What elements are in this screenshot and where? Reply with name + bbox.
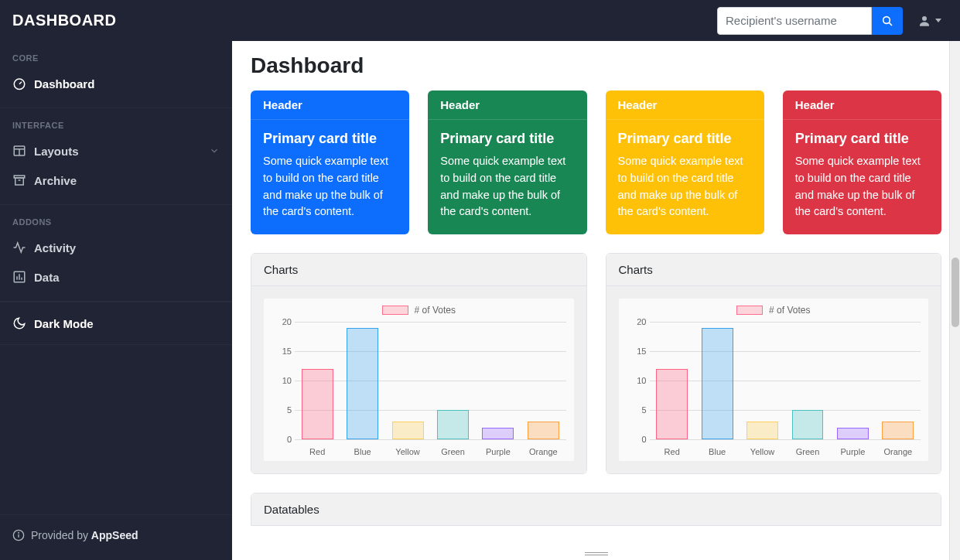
sidebar-item-layouts[interactable]: Layouts xyxy=(0,136,232,166)
panel-header: Charts xyxy=(606,254,941,286)
bar-slot xyxy=(740,322,784,439)
bar[interactable] xyxy=(528,422,559,439)
bar[interactable] xyxy=(837,428,869,439)
user-icon xyxy=(917,13,932,29)
chevron-down-icon xyxy=(209,145,220,156)
y-tick-label: 20 xyxy=(628,317,647,326)
grid-line xyxy=(295,439,566,440)
chart-panel-2: Charts # of Votes05101520RedBlueYellowGr… xyxy=(606,253,942,474)
sidebar-heading-addons: ADDONS xyxy=(0,205,232,233)
sidebar-item-label: Data xyxy=(34,271,60,284)
bar[interactable] xyxy=(302,369,333,439)
legend-label: # of Votes xyxy=(769,305,810,316)
x-tick-label: Green xyxy=(785,447,830,456)
search-icon xyxy=(881,15,893,27)
sidebar-item-archive[interactable]: Archive xyxy=(0,166,232,195)
datatable-header: Datatables xyxy=(251,493,941,525)
y-tick-label: 5 xyxy=(273,405,292,415)
bar[interactable] xyxy=(746,422,778,439)
bar[interactable] xyxy=(347,328,378,439)
legend-swatch xyxy=(382,306,408,315)
chart-canvas: # of Votes05101520RedBlueYellowGreenPurp… xyxy=(264,299,574,461)
bar-slot xyxy=(830,322,875,439)
archive-icon xyxy=(12,173,26,187)
x-tick-label: Purple xyxy=(830,447,875,456)
sidebar-heading-core: CORE xyxy=(0,41,232,69)
dark-mode-toggle[interactable]: Dark Mode xyxy=(0,302,232,345)
x-labels: RedBlueYellowGreenPurpleOrange xyxy=(295,447,566,456)
chart-panel-1: Charts # of Votes05101520RedBlueYellowGr… xyxy=(251,253,587,474)
sidebar-item-label: Archive xyxy=(34,174,77,187)
tachometer-icon xyxy=(12,77,26,90)
user-menu-button[interactable] xyxy=(910,7,948,35)
plot-area: 05101520 xyxy=(295,322,566,439)
card-text: Some quick example text to build on the … xyxy=(618,153,752,220)
bar[interactable] xyxy=(882,422,914,439)
y-tick-label: 15 xyxy=(628,347,647,356)
sidebar-item-data[interactable]: Data xyxy=(0,262,232,292)
y-tick-label: 5 xyxy=(628,405,647,415)
chart-legend[interactable]: # of Votes xyxy=(264,305,574,316)
brand[interactable]: DASHBOARD xyxy=(12,12,117,29)
footer-brand-link[interactable]: AppSeed xyxy=(91,529,138,541)
search-button[interactable] xyxy=(872,7,903,35)
card-title: Primary card title xyxy=(440,131,574,147)
y-tick-label: 0 xyxy=(273,435,292,444)
card-primary: Header Primary card title Some quick exa… xyxy=(251,90,409,234)
bar-slot xyxy=(340,322,384,439)
chart-canvas: # of Votes05101520RedBlueYellowGreenPurp… xyxy=(619,299,929,461)
card-title: Primary card title xyxy=(263,131,397,147)
x-tick-label: Blue xyxy=(695,447,740,456)
x-tick-label: Blue xyxy=(340,447,384,456)
bar-slot xyxy=(695,322,740,439)
cards-row: Header Primary card title Some quick exa… xyxy=(232,90,960,234)
bar-slot xyxy=(295,322,340,439)
info-icon xyxy=(12,529,25,541)
bar[interactable] xyxy=(482,428,514,439)
card-header: Header xyxy=(251,90,409,120)
card-body: Primary card title Some quick example te… xyxy=(783,120,941,234)
columns-icon xyxy=(12,144,26,158)
plot-area: 05101520 xyxy=(650,322,921,439)
card-title: Primary card title xyxy=(795,131,929,147)
topbar: DASHBOARD xyxy=(0,0,960,41)
bar[interactable] xyxy=(437,410,469,439)
sidebar-section-addons: ADDONS Activity Data xyxy=(0,205,232,302)
y-tick-label: 20 xyxy=(273,317,292,326)
search-input[interactable] xyxy=(717,7,872,35)
sidebar-item-dashboard[interactable]: Dashboard xyxy=(0,69,232,98)
bar[interactable] xyxy=(656,369,688,439)
bar[interactable] xyxy=(702,328,733,439)
bars-container xyxy=(650,322,921,439)
panel-body: # of Votes05101520RedBlueYellowGreenPurp… xyxy=(251,286,586,473)
card-success: Header Primary card title Some quick exa… xyxy=(428,90,586,234)
search-form xyxy=(717,7,903,35)
scrollbar-thumb[interactable] xyxy=(951,258,959,327)
y-tick-label: 10 xyxy=(273,376,292,385)
sidebar-item-activity[interactable]: Activity xyxy=(0,233,232,262)
x-tick-label: Green xyxy=(430,447,475,456)
card-body: Primary card title Some quick example te… xyxy=(606,120,764,234)
grid-line xyxy=(650,439,921,440)
card-text: Some quick example text to build on the … xyxy=(263,153,397,220)
chart-legend[interactable]: # of Votes xyxy=(619,305,929,316)
vertical-scrollbar[interactable] xyxy=(949,41,960,560)
legend-label: # of Votes xyxy=(415,305,456,316)
bar[interactable] xyxy=(792,410,824,439)
y-tick-label: 15 xyxy=(273,347,292,356)
charts-row: Charts # of Votes05101520RedBlueYellowGr… xyxy=(232,234,960,474)
card-danger: Header Primary card title Some quick exa… xyxy=(783,90,941,234)
bar-slot xyxy=(385,322,430,439)
svg-line-1 xyxy=(889,22,892,26)
x-tick-label: Red xyxy=(650,447,695,456)
card-body: Primary card title Some quick example te… xyxy=(428,120,586,234)
sidebar-section-interface: INTERFACE Layouts Archive xyxy=(0,108,232,205)
panel-header: Charts xyxy=(251,254,586,286)
bar[interactable] xyxy=(392,422,424,439)
sidebar: CORE Dashboard INTERFACE Layouts Archive xyxy=(0,41,232,560)
card-text: Some quick example text to build on the … xyxy=(795,153,929,220)
drag-handle-icon[interactable] xyxy=(581,552,612,557)
bar-slot xyxy=(476,322,521,439)
x-tick-label: Red xyxy=(295,447,340,456)
svg-point-2 xyxy=(922,16,927,21)
